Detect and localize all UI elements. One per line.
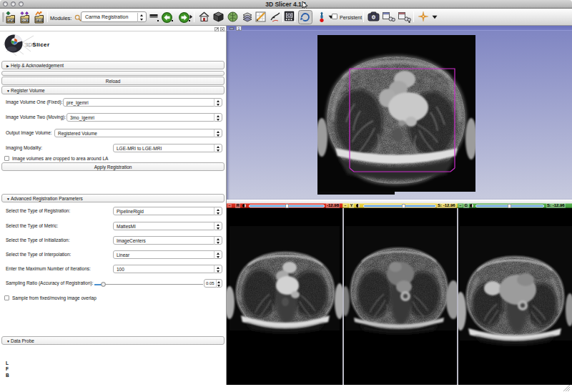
svg-text:SAVE: SAVE	[36, 19, 43, 22]
svg-text:DATA: DATA	[7, 19, 14, 22]
svg-text:DCM: DCM	[22, 19, 28, 22]
